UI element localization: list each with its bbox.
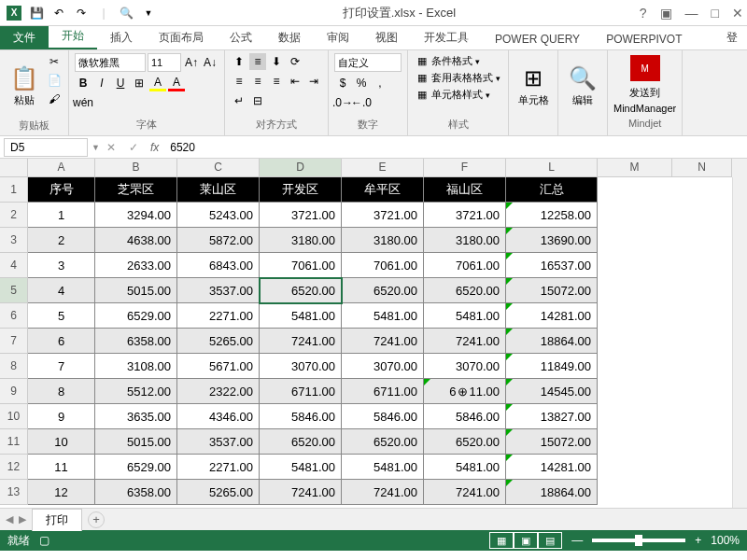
table-header-cell[interactable]: 牟平区 [342,177,424,203]
name-box[interactable]: D5 [4,138,88,157]
accounting-icon[interactable]: $ [334,75,351,91]
table-cell[interactable]: 5846.00 [260,404,342,429]
spreadsheet-grid[interactable]: ABCDEFLMN 12345678910111213 序号芝罘区莱山区开发区牟… [0,159,747,508]
bold-icon[interactable]: B [75,75,92,91]
table-cell[interactable]: 6529.00 [95,455,177,480]
table-cell-index[interactable]: 9 [28,404,95,429]
table-cell[interactable]: 2271.00 [177,455,260,480]
table-cell[interactable]: 6⊕11.00 [424,379,506,404]
zoom-out-icon[interactable]: ― [571,534,583,547]
zoom-in-icon[interactable]: + [695,534,701,547]
table-cell[interactable]: 3721.00 [342,203,424,228]
zoom-level[interactable]: 100% [711,534,740,547]
row-header[interactable]: 8 [0,354,28,379]
column-header[interactable]: A [28,159,95,177]
column-header[interactable]: M [598,159,672,177]
row-header[interactable]: 2 [0,203,28,228]
align-middle-icon[interactable]: ≡ [249,53,266,70]
print-preview-icon[interactable]: 🔍 [116,3,136,23]
align-center-icon[interactable]: ≡ [249,73,266,90]
table-cell[interactable]: 5671.00 [177,354,260,379]
tab-home[interactable]: 开始 [49,24,97,49]
row-header[interactable]: 6 [0,303,28,329]
table-cell-index[interactable]: 5 [28,303,95,329]
comma-icon[interactable]: , [372,75,388,91]
decrease-indent-icon[interactable]: ⇤ [287,73,303,90]
column-header[interactable]: N [672,159,732,177]
row-header[interactable]: 9 [0,379,28,404]
table-cell[interactable]: 5481.00 [260,303,342,329]
table-cell[interactable]: 6520.00 [424,278,506,303]
table-cell[interactable]: 18864.00 [506,329,598,354]
table-cell[interactable]: 5481.00 [424,303,506,329]
table-cell[interactable]: 5265.00 [177,480,260,505]
maximize-icon[interactable]: □ [712,6,719,21]
sheet-nav-prev-icon[interactable]: ◀ [6,513,13,525]
minimize-icon[interactable]: ― [685,6,698,21]
column-header[interactable]: C [177,159,260,177]
view-normal-icon[interactable]: ▦ [489,532,514,549]
fx-icon[interactable]: fx [145,141,164,154]
table-cell[interactable]: 6711.00 [342,379,424,404]
view-page-break-icon[interactable]: ▤ [538,532,562,549]
column-header[interactable]: L [506,159,598,177]
table-cell[interactable]: 5481.00 [424,455,506,480]
table-cell-index[interactable]: 2 [28,228,95,253]
column-header[interactable]: D [260,159,342,177]
cancel-formula-icon[interactable]: ✕ [100,141,122,154]
table-cell[interactable]: 7061.00 [424,253,506,278]
tab-review[interactable]: 审阅 [314,26,362,49]
font-color-icon[interactable]: A [168,75,185,91]
font-name-select[interactable] [75,53,146,72]
add-sheet-button[interactable]: + [88,511,105,528]
table-cell-index[interactable]: 4 [28,278,95,303]
table-cell[interactable]: 15072.00 [506,429,598,455]
help-icon[interactable]: ? [640,6,647,21]
close-icon[interactable]: ✕ [732,6,743,21]
table-cell[interactable]: 6843.00 [177,253,260,278]
select-all-corner[interactable] [0,159,28,177]
row-header[interactable]: 3 [0,228,28,253]
table-cell[interactable]: 5512.00 [95,379,177,404]
table-cell[interactable]: 13827.00 [506,404,598,429]
table-cell[interactable]: 3635.00 [95,404,177,429]
mindmanager-icon[interactable]: M [630,55,660,81]
table-cell[interactable]: 7241.00 [260,329,342,354]
table-cell[interactable]: 6711.00 [260,379,342,404]
table-cell[interactable]: 5015.00 [95,278,177,303]
underline-icon[interactable]: U [112,75,129,91]
column-header[interactable]: B [95,159,177,177]
table-cell[interactable]: 14281.00 [506,455,598,480]
excel-app-icon[interactable]: X [4,3,24,23]
table-cell[interactable]: 5872.00 [177,228,260,253]
view-page-layout-icon[interactable]: ▣ [514,532,538,549]
table-cell[interactable]: 5243.00 [177,203,260,228]
row-header[interactable]: 1 [0,177,28,203]
table-cell[interactable]: 7241.00 [424,329,506,354]
table-cell[interactable]: 5481.00 [342,303,424,329]
table-cell[interactable]: 5265.00 [177,329,260,354]
sheet-nav-next-icon[interactable]: ▶ [19,513,26,525]
table-cell-index[interactable]: 10 [28,429,95,455]
editing-button[interactable]: 🔍编辑 [564,53,601,119]
redo-icon[interactable]: ↷ [71,3,92,23]
tab-powerquery[interactable]: POWER QUERY [482,29,593,49]
tab-file[interactable]: 文件 [0,26,49,49]
table-cell[interactable]: 5846.00 [424,404,506,429]
table-cell[interactable]: 2322.00 [177,379,260,404]
cell-area[interactable]: 序号芝罘区莱山区开发区牟平区福山区汇总13294.005243.003721.0… [28,177,732,505]
table-cell[interactable]: 3070.00 [260,354,342,379]
cut-icon[interactable]: ✂ [46,53,63,70]
table-cell[interactable]: 7241.00 [424,480,506,505]
increase-decimal-icon[interactable]: .0→ [334,94,351,111]
table-cell-index[interactable]: 8 [28,379,95,404]
italic-icon[interactable]: I [93,75,110,91]
login-button[interactable]: 登 [717,26,747,49]
tab-formulas[interactable]: 公式 [217,26,265,49]
table-cell[interactable]: 5015.00 [95,429,177,455]
table-cell[interactable]: 13690.00 [506,228,598,253]
table-cell[interactable]: 12258.00 [506,203,598,228]
table-header-cell[interactable]: 芝罘区 [95,177,177,203]
merge-icon[interactable]: ⊟ [249,92,266,109]
ruby-icon[interactable]: wén [75,94,92,111]
